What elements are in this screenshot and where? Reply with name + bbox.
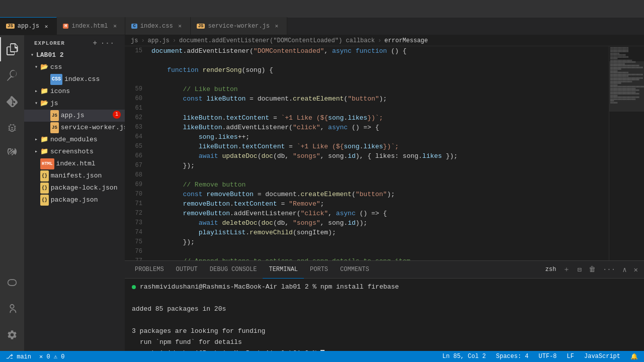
tab-icon-app-js: JS	[6, 24, 15, 29]
status-spaces[interactable]: Spaces: 4	[494, 353, 531, 360]
line-content: // Append buttons to actions and song de…	[147, 256, 609, 260]
sidebar-item-package-lock[interactable]: {} package-lock.json	[24, 182, 125, 194]
line-number: 61	[125, 104, 147, 113]
tab-terminal[interactable]: TERMINAL	[263, 261, 304, 279]
line-number: 71	[125, 199, 147, 209]
line-number: 64	[125, 132, 147, 142]
status-language[interactable]: JavaScript	[582, 353, 622, 360]
line-content: function renderSong(song) {	[147, 65, 609, 75]
activity-remote[interactable]	[0, 270, 24, 295]
line-content: removeButton.textContent = "Remove";	[147, 199, 609, 209]
tab-label-app-js: app.js	[18, 23, 39, 30]
bc-sep1: ›	[141, 37, 144, 44]
activity-debug[interactable]	[0, 116, 24, 140]
terminal-add-icon[interactable]: ＋	[561, 264, 572, 275]
terminal-close-icon[interactable]: ✕	[632, 264, 640, 275]
code-line: 66 await updateDoc(doc(db, "songs", song…	[125, 151, 609, 161]
terminal-trash-icon[interactable]: 🗑	[587, 264, 598, 275]
line-number: 15	[125, 46, 147, 56]
line-number: 75	[125, 237, 147, 247]
tab-ports[interactable]: PORTS	[304, 261, 334, 279]
status-git[interactable]: ⎇ main	[4, 353, 33, 360]
sidebar-item-service-worker[interactable]: JS service-worker.js	[24, 122, 125, 134]
code-line: 72 removeButton.addEventListener("click"…	[125, 209, 609, 218]
sidebar-item-css[interactable]: ▾ 📂 css	[24, 61, 125, 73]
terminal-more-icon[interactable]: ···	[601, 264, 617, 275]
tab-service-worker[interactable]: JS service-worker.js ✕	[191, 17, 287, 35]
terminal-tabs: PROBLEMS OUTPUT DEBUG CONSOLE TERMINAL P…	[125, 261, 644, 279]
screenshots-label: screenshots	[50, 146, 94, 157]
line-number: 72	[125, 209, 147, 218]
status-bar: ⎇ main ✕ 0 ⚠ 0 Ln 85, Col 2 Spaces: 4 UT…	[0, 351, 644, 362]
line-content	[147, 170, 609, 180]
bc-appjs: app.js	[148, 37, 170, 44]
activity-settings[interactable]	[0, 323, 24, 347]
tab-comments[interactable]: COMMENTS	[334, 261, 375, 279]
breadcrumb: js › app.js › document.addEventListener(…	[125, 35, 644, 46]
package-label: package.json	[51, 195, 98, 206]
terminal-panel: PROBLEMS OUTPUT DEBUG CONSOLE TERMINAL P…	[125, 260, 644, 351]
tab-app-js[interactable]: JS app.js ✕	[0, 17, 57, 35]
line-content: const likeButton = document.createElemen…	[147, 94, 609, 104]
code-line: 62 likeButton.textContent = `+1 Like (${…	[125, 113, 609, 123]
tab-icon-index-html: H	[63, 24, 68, 29]
code-line	[125, 56, 609, 65]
line-number: 63	[125, 123, 147, 132]
line-content: likeButton.addEventListener("click", asy…	[147, 123, 609, 132]
sidebar-item-index-html[interactable]: HTML index.html	[24, 158, 125, 170]
sidebar-item-icons[interactable]: ▸ 📁 icons	[24, 85, 125, 98]
activity-bar	[0, 35, 24, 351]
tab-problems[interactable]: PROBLEMS	[129, 261, 170, 279]
code-line: function renderSong(song) {	[125, 65, 609, 75]
sidebar-item-package[interactable]: {} package.json	[24, 194, 125, 206]
activity-account[interactable]	[0, 297, 24, 321]
bc-domcontent: document.addEventListener("DOMContentLoa…	[179, 37, 375, 44]
tab-label-index-html: index.html	[71, 23, 108, 30]
terminal-split-icon[interactable]: ⊟	[575, 264, 583, 275]
sidebar-item-index-css[interactable]: CSS index.css	[24, 73, 125, 85]
line-number: 60	[125, 94, 147, 104]
terminal-line-blank2	[132, 315, 637, 326]
sidebar-item-manifest[interactable]: {} manifest.json	[24, 170, 125, 182]
sidebar-item-app-js[interactable]: JS app.js 1	[24, 110, 125, 122]
sidebar-item-node-modules[interactable]: ▸ 📁 node_modules	[24, 134, 125, 146]
sidebar-new-file-icon[interactable]: +	[93, 39, 97, 47]
js-arrow: ▾	[32, 98, 40, 109]
tab-close-service-worker[interactable]: ✕	[273, 22, 281, 30]
code-line: 74 playlistList.removeChild(songItem);	[125, 228, 609, 237]
activity-git[interactable]	[0, 89, 24, 114]
tab-close-index-html[interactable]: ✕	[111, 22, 119, 30]
sidebar-more-icon[interactable]: ···	[101, 39, 115, 47]
line-number: 74	[125, 228, 147, 237]
line-content: await updateDoc(doc(db, "songs", song.id…	[147, 151, 609, 161]
tab-icon-service-worker: JS	[197, 24, 205, 29]
status-bell[interactable]: 🔔	[628, 353, 640, 360]
sidebar-item-js[interactable]: ▾ 📂 js	[24, 98, 125, 110]
tab-index-html[interactable]: H index.html ✕	[57, 17, 125, 35]
tab-index-css[interactable]: C index.css ✕	[125, 17, 190, 35]
index-css-label: index.css	[64, 74, 100, 85]
status-errors[interactable]: ✕ 0 ⚠ 0	[37, 353, 66, 360]
line-number: 68	[125, 170, 147, 180]
code-line: 69 // Remove button	[125, 180, 609, 190]
status-eol[interactable]: LF	[565, 353, 576, 360]
activity-search[interactable]	[0, 63, 24, 87]
tab-close-index-css[interactable]: ✕	[176, 22, 184, 30]
activity-extensions[interactable]	[0, 142, 24, 166]
terminal-toolbar: zsh ＋ ⊟ 🗑 ··· ∧ ✕	[543, 264, 640, 275]
activity-explorer[interactable]	[0, 37, 24, 61]
sidebar-root[interactable]: ▾ LAB01 2	[24, 49, 125, 61]
sidebar-item-screenshots[interactable]: ▸ 📁 screenshots	[24, 146, 125, 158]
code-editor[interactable]: 15document.addEventListener("DOMContentL…	[125, 46, 609, 260]
terminal-chevron-icon[interactable]: ∧	[620, 264, 628, 275]
tab-debug-console[interactable]: DEBUG CONSOLE	[204, 261, 263, 279]
terminal-content[interactable]: rashmividushani@Rashmis-MacBook-Air lab0…	[125, 279, 644, 351]
line-content: likeButton.textContent = `+1 Like (${son…	[147, 142, 609, 151]
terminal-line-1: rashmividushani@Rashmis-MacBook-Air lab0…	[132, 282, 637, 293]
tab-close-app-js[interactable]: ✕	[42, 22, 50, 30]
tab-output[interactable]: OUTPUT	[170, 261, 204, 279]
package-lock-label: package-lock.json	[51, 183, 118, 194]
code-line: 61	[125, 104, 609, 113]
status-ln-col[interactable]: Ln 85, Col 2	[440, 353, 488, 360]
status-encoding[interactable]: UTF-8	[537, 353, 559, 360]
